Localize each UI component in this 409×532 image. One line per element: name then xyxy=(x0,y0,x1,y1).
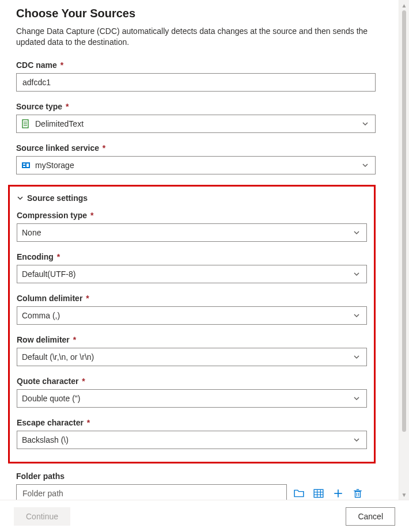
linked-service-value: myStorage xyxy=(35,161,360,170)
column-delimiter-value: Comma (,) xyxy=(22,311,351,320)
chevron-down-icon xyxy=(17,195,24,202)
required-asterisk: * xyxy=(103,143,105,153)
chevron-down-icon xyxy=(360,120,370,127)
field-cdc-name: CDC name * xyxy=(16,60,381,92)
column-delimiter-select[interactable]: Comma (,) xyxy=(17,306,367,325)
source-type-label: Source type * xyxy=(16,102,381,111)
field-compression-type: Compression type * None xyxy=(17,211,367,242)
svg-rect-8 xyxy=(314,489,323,497)
chevron-down-icon xyxy=(351,312,362,319)
escape-character-select[interactable]: Backslash (\) xyxy=(17,431,367,449)
row-delimiter-value: Default (\r,\n, or \r\n) xyxy=(22,352,351,362)
chevron-down-icon xyxy=(360,162,370,169)
chevron-down-icon xyxy=(351,271,362,278)
required-asterisk: * xyxy=(86,294,89,303)
compression-type-label: Compression type xyxy=(17,211,87,220)
svg-rect-6 xyxy=(23,166,25,167)
source-type-select[interactable]: DelimitedText xyxy=(16,115,376,133)
continue-button[interactable]: Continue xyxy=(14,507,70,526)
svg-rect-7 xyxy=(26,164,29,167)
quote-character-value: Double quote (") xyxy=(22,394,351,403)
scroll-up-icon[interactable]: ▲ xyxy=(399,0,410,10)
footer: Continue Cancel xyxy=(0,500,409,532)
chevron-down-icon xyxy=(351,395,362,402)
linked-service-select[interactable]: myStorage xyxy=(16,156,376,174)
field-row-delimiter: Row delimiter * Default (\r,\n, or \r\n) xyxy=(17,335,367,366)
scroll-thumb[interactable] xyxy=(402,10,406,432)
field-folder-paths: Folder paths xyxy=(16,472,381,500)
required-asterisk: * xyxy=(60,60,63,70)
linked-service-label: Source linked service * xyxy=(16,143,381,153)
cancel-button[interactable]: Cancel xyxy=(346,507,395,526)
svg-rect-15 xyxy=(355,491,361,497)
vertical-scrollbar[interactable]: ▲ ▼ xyxy=(399,0,409,500)
svg-rect-5 xyxy=(23,164,25,165)
folder-path-actions xyxy=(294,488,363,499)
encoding-label: Encoding xyxy=(17,252,54,261)
field-escape-character: Escape character * Backslash (\) xyxy=(17,418,367,449)
field-linked-service: Source linked service * myStorage xyxy=(16,143,381,174)
choose-sources-panel: Choose Your Sources Change Data Capture … xyxy=(0,0,409,532)
scroll-down-icon[interactable]: ▼ xyxy=(399,489,410,500)
folder-path-input-wrap[interactable] xyxy=(16,484,287,500)
source-type-value: DelimitedText xyxy=(35,119,360,128)
row-delimiter-select[interactable]: Default (\r,\n, or \r\n) xyxy=(17,348,367,366)
scroll-track[interactable] xyxy=(399,10,410,489)
required-asterisk: * xyxy=(73,335,76,344)
column-delimiter-label: Column delimiter xyxy=(17,294,82,303)
required-asterisk: * xyxy=(90,211,93,220)
preview-data-icon[interactable] xyxy=(313,488,324,499)
encoding-value: Default(UTF-8) xyxy=(22,269,351,279)
chevron-down-icon xyxy=(351,354,362,360)
file-icon xyxy=(21,119,31,128)
field-quote-character: Quote character * Double quote (") xyxy=(17,377,367,408)
chevron-down-icon xyxy=(351,229,362,236)
source-settings-label: Source settings xyxy=(27,193,88,203)
escape-character-value: Backslash (\) xyxy=(22,435,351,444)
folder-path-input[interactable] xyxy=(21,485,282,500)
cdc-name-input[interactable] xyxy=(21,74,370,91)
required-asterisk: * xyxy=(82,377,85,386)
content-area: Choose Your Sources Change Data Capture … xyxy=(0,0,409,500)
source-settings-header[interactable]: Source settings xyxy=(17,193,367,203)
escape-character-label: Escape character xyxy=(17,418,84,427)
compression-type-value: None xyxy=(22,228,351,237)
row-delimiter-label: Row delimiter xyxy=(17,335,70,344)
cdc-name-label-text: CDC name xyxy=(16,60,57,70)
cdc-name-label: CDC name * xyxy=(16,60,381,70)
source-settings-highlight: Source settings Compression type * None … xyxy=(8,185,376,463)
required-asterisk: * xyxy=(87,418,90,427)
storage-icon xyxy=(21,161,31,170)
field-column-delimiter: Column delimiter * Comma (,) xyxy=(17,294,367,325)
linked-service-label-text: Source linked service xyxy=(16,143,99,153)
quote-character-select[interactable]: Double quote (") xyxy=(17,389,367,408)
quote-character-label: Quote character xyxy=(17,377,78,386)
folder-paths-label: Folder paths xyxy=(16,472,381,481)
required-asterisk: * xyxy=(57,252,60,261)
chevron-down-icon xyxy=(351,436,362,443)
delete-icon[interactable] xyxy=(353,488,363,499)
page-description: Change Data Capture (CDC) automatically … xyxy=(16,26,379,48)
add-icon[interactable] xyxy=(333,488,343,499)
required-asterisk: * xyxy=(66,102,69,111)
field-source-type: Source type * DelimitedText xyxy=(16,102,381,133)
field-encoding: Encoding * Default(UTF-8) xyxy=(17,252,367,283)
compression-type-select[interactable]: None xyxy=(17,223,367,242)
page-title: Choose Your Sources xyxy=(16,7,381,20)
encoding-select[interactable]: Default(UTF-8) xyxy=(17,265,367,283)
source-type-label-text: Source type xyxy=(16,102,62,111)
browse-folder-icon[interactable] xyxy=(294,488,304,499)
cdc-name-input-wrap[interactable] xyxy=(16,73,376,92)
